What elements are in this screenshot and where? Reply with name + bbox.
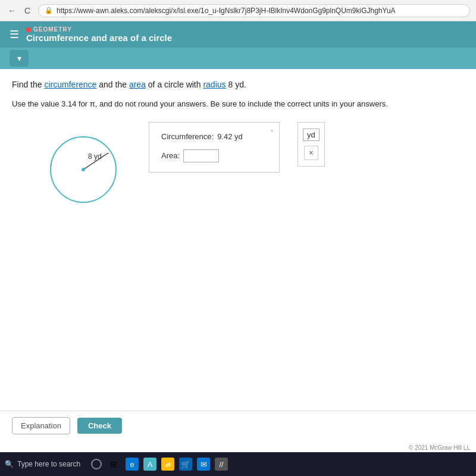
collapse-section: ▾ xyxy=(0,48,476,69)
subject-label: GEOMETRY xyxy=(26,26,172,33)
aleks-icon[interactable]: A xyxy=(143,458,156,471)
browser-bar: ← C 🔒 https://www-awn.aleks.com/alekscgi… xyxy=(0,0,476,21)
svg-point-2 xyxy=(82,168,85,171)
lock-icon: 🔒 xyxy=(45,7,53,14)
address-bar[interactable]: 🔒 https://www-awn.aleks.com/alekscgi/x/l… xyxy=(38,4,470,17)
taskbar-search: 🔍 Type here to search xyxy=(5,460,80,468)
forward-button[interactable]: C xyxy=(21,5,33,17)
circumference-label: Circumference: xyxy=(161,132,214,141)
search-icon: 🔍 xyxy=(5,460,14,468)
work-area xyxy=(12,223,464,354)
area-label: Area: xyxy=(161,151,180,160)
circumference-link[interactable]: circumference xyxy=(44,80,96,89)
main-content: Find the circumference and the area of a… xyxy=(0,69,476,364)
answer-box-header: ⌄ xyxy=(270,126,274,133)
topic-title: Circumference and area of a circle xyxy=(26,33,172,43)
instructions-text: Use the value 3.14 for π, and do not rou… xyxy=(12,98,464,110)
header-text: GEOMETRY Circumference and area of a cir… xyxy=(26,26,172,43)
explanation-button[interactable]: Explanation xyxy=(12,417,70,434)
circle-diagram: 8 yd xyxy=(36,122,131,211)
radius-label: 8 yd xyxy=(88,152,102,161)
app-header: ☰ GEOMETRY Circumference and area of a c… xyxy=(0,21,476,48)
cortana-icon[interactable] xyxy=(91,459,102,469)
collapse-button[interactable]: ▾ xyxy=(10,50,29,67)
circle-svg: 8 yd xyxy=(36,122,131,211)
red-dot xyxy=(26,27,31,32)
task-view-button[interactable]: ⊞ xyxy=(107,457,121,471)
taskbar: 🔍 Type here to search ⊞ e A 📁 🛒 ✉ // xyxy=(0,452,476,476)
nav-icons: ← C xyxy=(6,5,33,17)
explorer-icon[interactable]: 📁 xyxy=(161,458,174,471)
interactive-area: 8 yd ⌄ Circumference: 9.42 yd Area: yd × xyxy=(36,122,464,211)
mail-icon[interactable]: ✉ xyxy=(197,458,210,471)
search-text[interactable]: Type here to search xyxy=(17,460,80,468)
copyright-text: © 2021 McGraw Hill LL xyxy=(409,444,470,451)
calc-icon[interactable]: // xyxy=(215,458,228,471)
back-button[interactable]: ← xyxy=(6,5,18,17)
answer-box: ⌄ Circumference: 9.42 yd Area: xyxy=(149,122,280,173)
check-button[interactable]: Check xyxy=(77,418,122,434)
unit-box: yd × xyxy=(298,122,325,167)
area-link[interactable]: area xyxy=(129,80,146,89)
question-text: Find the circumference and the area of a… xyxy=(12,79,464,91)
store-icon[interactable]: 🛒 xyxy=(179,458,192,471)
area-input[interactable] xyxy=(183,149,219,162)
radius-link[interactable]: radius xyxy=(203,80,226,89)
footer-area: Explanation Check xyxy=(0,411,476,440)
circumference-row: Circumference: 9.42 yd xyxy=(161,132,267,141)
circumference-value: 9.42 yd xyxy=(217,132,243,141)
unit-label: yd xyxy=(303,129,320,141)
edge-icon[interactable]: e xyxy=(126,458,139,471)
area-row: Area: xyxy=(161,149,267,162)
url-text: https://www-awn.aleks.com/alekscgi/x/lsl… xyxy=(57,7,396,15)
taskbar-icons: ⊞ e A 📁 🛒 ✉ // xyxy=(91,457,228,471)
hamburger-icon[interactable]: ☰ xyxy=(10,28,19,41)
clear-unit-button[interactable]: × xyxy=(304,146,318,160)
